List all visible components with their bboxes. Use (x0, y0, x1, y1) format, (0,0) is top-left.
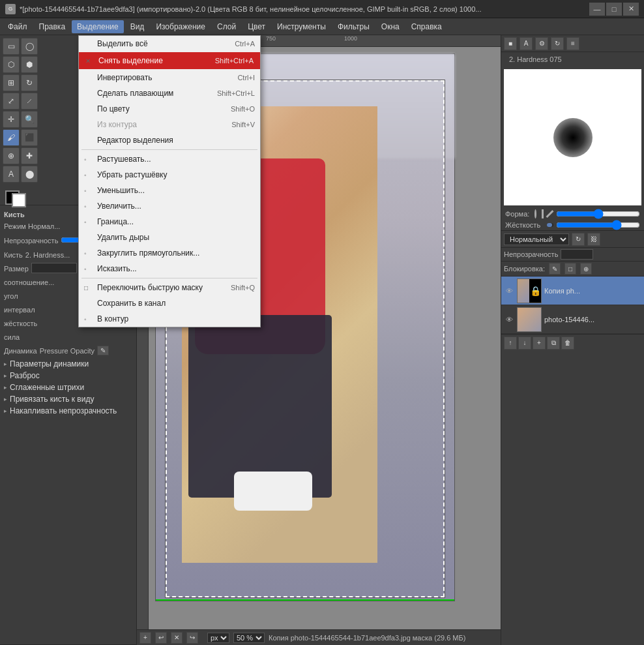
tool-ellipse-select[interactable]: ◯ (21, 38, 38, 55)
menu-select[interactable]: Выделение (72, 20, 124, 33)
tool-paint[interactable]: 🖌 (3, 129, 20, 146)
layer-item-original[interactable]: 👁 photo-154446... (501, 305, 644, 334)
accumulate-label: Накапливать непрозрачность (10, 406, 117, 415)
forma-slider[interactable] (556, 211, 640, 217)
menu-image[interactable]: Изображение (151, 20, 211, 33)
layer-new-btn[interactable]: + (533, 337, 546, 350)
menu-colors[interactable]: Цвет (242, 20, 271, 33)
tool-rect-select[interactable]: ▭ (3, 38, 20, 55)
menu-tools[interactable]: Инструменты (272, 20, 331, 33)
dropdown-item-deselect[interactable]: ✕ Снять выделение Shift+Ctrl+A (79, 52, 260, 69)
select-dropdown-menu[interactable]: Выделить всё Ctrl+A ✕ Снять выделение Sh… (78, 35, 261, 327)
brush-tool-btn[interactable]: ⚙ (535, 37, 548, 50)
tool-fuzzy-select[interactable]: ⬢ (21, 56, 38, 73)
forma-diamond-option[interactable] (546, 210, 554, 218)
layer-item-copy[interactable]: 👁 🔒 Копия ph... (501, 277, 644, 305)
dyn-params-triangle: ▸ (4, 361, 7, 367)
dropdown-item-grow[interactable]: ◦ Увеличить... (79, 198, 260, 214)
brush-foreground-btn[interactable]: ■ (504, 37, 517, 50)
tool-fill[interactable]: ⬤ (21, 166, 38, 183)
layers-chain-btn[interactable]: ⛓ (587, 233, 600, 246)
layer-add-btn[interactable]: ↑ (504, 337, 517, 350)
forma-square-option[interactable] (542, 209, 544, 218)
dropdown-item-shrink[interactable]: ◦ Уменьшить... (79, 183, 260, 198)
tool-heal[interactable]: ✚ (21, 147, 38, 164)
menu-layer[interactable]: Слой (212, 20, 241, 33)
hardness-slider[interactable] (556, 222, 640, 228)
smooth-expand[interactable]: ▸ Сглаженные штрихи (4, 382, 132, 393)
dynamics-row: Динамика Pressure Opacity ✎ (4, 344, 132, 356)
brush-text-btn[interactable]: A (520, 37, 533, 50)
size-input[interactable] (31, 263, 77, 273)
scatter-expand[interactable]: ▸ Разброс (4, 370, 132, 382)
dropdown-item-by-color[interactable]: По цвету Shift+O (79, 101, 260, 117)
menu-file[interactable]: Файл (3, 20, 33, 33)
dyn-params-expand[interactable]: ▸ Параметры динамики (4, 358, 132, 370)
dynamics-value: Pressure Opacity (40, 347, 95, 355)
close-button[interactable]: ✕ (623, 3, 639, 16)
undo-btn[interactable]: ↩ (155, 632, 167, 644)
layer-copy-btn[interactable]: ⧉ (547, 337, 560, 350)
dropdown-item-select-all[interactable]: Выделить всё Ctrl+A (79, 36, 260, 52)
zoom-select[interactable]: 50 % (233, 633, 265, 643)
hardness-track (547, 223, 553, 227)
brush-display (504, 69, 641, 205)
menu-view[interactable]: Вид (125, 20, 150, 33)
brush-config-btn[interactable]: ≡ (566, 37, 579, 50)
tool-eraser[interactable]: ⬛ (21, 129, 38, 146)
dropdown-item-quick-mask[interactable]: □ Переключить быструю маску Shift+Q (79, 280, 260, 295)
dropdown-item-distort[interactable]: ◦ Исказить... (79, 261, 260, 277)
dropdown-item-invert[interactable]: Инвертировать Ctrl+I (79, 70, 260, 85)
tool-scale[interactable]: ⤢ (3, 93, 20, 110)
menu-filters[interactable]: Фильтры (332, 20, 375, 33)
force-label: сила (4, 333, 20, 341)
menu-edit[interactable]: Правка (34, 20, 71, 33)
dropdown-item-remove-holes[interactable]: Удалить дыры (79, 230, 260, 245)
dynamics-edit-btn[interactable]: ✎ (97, 346, 109, 355)
maximize-button[interactable]: □ (606, 3, 622, 16)
tool-shear[interactable]: ⟋ (21, 93, 38, 110)
tool-clone[interactable]: ⊕ (3, 147, 20, 164)
tool-text[interactable]: A (3, 166, 20, 183)
tool-rotate[interactable]: ↻ (21, 74, 38, 91)
remove-feather-label: Убрать растушёвку (97, 170, 255, 179)
layers-refresh-btn[interactable]: ↻ (572, 233, 585, 246)
dropdown-item-feather[interactable]: ◦ Растушевать... (79, 151, 260, 167)
opacity-row-input[interactable]: 100.0 (561, 249, 593, 260)
tool-zoom[interactable]: 🔍 (21, 111, 38, 128)
layer-eye-copy[interactable]: 👁 (504, 286, 514, 296)
lock-pixels-btn[interactable]: ✎ (549, 263, 561, 275)
background-color[interactable] (12, 193, 26, 207)
delete-btn[interactable]: ✕ (171, 632, 183, 644)
lock-position-btn[interactable]: ⊕ (580, 263, 592, 275)
tool-crop[interactable]: ⊞ (3, 74, 20, 91)
tool-move[interactable]: ✛ (3, 111, 20, 128)
layer-down-btn[interactable]: ↓ (518, 337, 531, 350)
dropdown-item-to-path[interactable]: ◦ В контур (79, 311, 260, 327)
menu-help[interactable]: Справка (406, 20, 447, 33)
forma-circle-option[interactable] (534, 209, 536, 218)
brush-dot (553, 118, 593, 157)
redo-btn[interactable]: ↪ (186, 632, 198, 644)
lock-row: Блокировка: ✎ □ ⊕ (501, 262, 644, 277)
deselect-icon: ✕ (85, 57, 95, 65)
snap-expand[interactable]: ▸ Привязать кисть к виду (4, 393, 132, 405)
dropdown-item-float[interactable]: Сделать плавающим Shift+Ctrl+L (79, 85, 260, 101)
layer-delete-btn[interactable]: 🗑 (561, 337, 574, 350)
accumulate-expand[interactable]: ▸ Накапливать непрозрачность (4, 405, 132, 417)
dropdown-item-remove-feather[interactable]: ◦ Убрать растушёвку (79, 167, 260, 183)
add-layer-btn[interactable]: + (139, 632, 151, 644)
brush-refresh-btn[interactable]: ↻ (551, 37, 564, 50)
minimize-button[interactable]: — (589, 3, 605, 16)
layer-thumb-copy: 🔒 (517, 278, 542, 303)
tool-free-select[interactable]: ⬡ (3, 56, 20, 73)
dropdown-item-editor[interactable]: Редактор выделения (79, 132, 260, 148)
dropdown-item-border[interactable]: ◦ Граница... (79, 214, 260, 230)
dropdown-item-save-channel[interactable]: Сохранить в канал (79, 295, 260, 311)
menu-windows[interactable]: Окна (376, 20, 405, 33)
dropdown-item-round-rect[interactable]: ◦ Закруглить прямоугольник... (79, 245, 260, 261)
unit-select[interactable]: px (207, 633, 229, 643)
lock-alpha-btn[interactable]: □ (564, 263, 576, 275)
layers-mode-select[interactable]: Нормальный (504, 233, 569, 245)
layer-eye-original[interactable]: 👁 (504, 314, 514, 325)
